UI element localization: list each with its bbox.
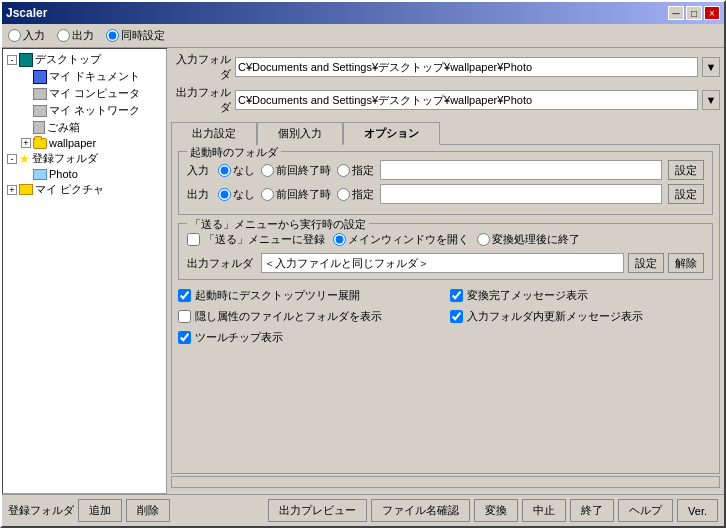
tree-item-mycomputer[interactable]: マイ コンピュータ	[19, 85, 164, 102]
output-folder-dropdown[interactable]: ▼	[702, 90, 720, 110]
tab-individual-input[interactable]: 個別入力	[257, 122, 343, 145]
check-convert-msg[interactable]	[450, 289, 463, 302]
startup-output-path[interactable]	[380, 184, 662, 204]
minimize-button[interactable]: ─	[668, 6, 684, 20]
tab-options[interactable]: オプション	[343, 122, 440, 145]
ver-button[interactable]: Ver.	[677, 499, 718, 522]
trash-icon	[33, 121, 45, 134]
startup-input-none-label[interactable]: なし	[218, 163, 255, 178]
convert-button[interactable]: 変換	[474, 499, 518, 522]
startup-input-specify[interactable]	[337, 164, 350, 177]
radio-input-label[interactable]: 入力	[8, 28, 45, 43]
maximize-button[interactable]: □	[686, 6, 702, 20]
send-register-checkbox[interactable]	[187, 233, 200, 246]
startup-output-none[interactable]	[218, 188, 231, 201]
tree-item-photo[interactable]: Photo	[19, 167, 164, 181]
expand-registered[interactable]: -	[7, 154, 17, 164]
radio-sync-label[interactable]: 同時設定	[106, 28, 165, 43]
radio-input[interactable]	[8, 29, 21, 42]
delete-button[interactable]: 削除	[126, 499, 170, 522]
tab-output-settings[interactable]: 出力設定	[171, 122, 257, 145]
check3-label[interactable]: ツールチップ表示	[178, 330, 442, 345]
output-folder-label: 出力フォルダ	[171, 85, 231, 115]
preview-button[interactable]: 出力プレビュー	[268, 499, 367, 522]
expand-mypictures[interactable]: +	[7, 185, 17, 195]
radio-sync[interactable]	[106, 29, 119, 42]
help-button[interactable]: ヘルプ	[618, 499, 673, 522]
startup-input-prev-label[interactable]: 前回終了時	[261, 163, 331, 178]
tree-item-registered[interactable]: - ★ 登録フォルダ	[5, 150, 164, 167]
radio-output-label[interactable]: 出力	[57, 28, 94, 43]
send-register-check-label[interactable]: 「送る」メニューに登録	[187, 232, 325, 247]
close-button[interactable]: ×	[704, 6, 720, 20]
mypictures-icon	[19, 184, 33, 195]
startup-input-prev[interactable]	[261, 164, 274, 177]
send-set-btn[interactable]: 設定	[628, 253, 664, 273]
title-bar: Jscaler ─ □ ×	[2, 2, 724, 24]
startup-input-none[interactable]	[218, 164, 231, 177]
check5-label[interactable]: 入力フォルダ内更新メッセージ表示	[450, 309, 714, 324]
check-desktop-tree[interactable]	[178, 289, 191, 302]
send-menu-title: 「送る」メニューから実行時の設定	[187, 217, 369, 232]
check-update-msg[interactable]	[450, 310, 463, 323]
checkbox-area: 起動時にデスクトップツリー展開 隠し属性のファイルとフォルダを表示 ツールチップ…	[178, 288, 713, 345]
send-release-btn[interactable]: 解除	[668, 253, 704, 273]
check1-label[interactable]: 起動時にデスクトップツリー展開	[178, 288, 442, 303]
startup-output-specify[interactable]	[337, 188, 350, 201]
send-menu-row: 「送る」メニューに登録 メインウィンドウを開く 変換処理後に終了	[187, 232, 704, 247]
send-output-label: 出力フォルダ	[187, 256, 253, 271]
startup-input-set-btn[interactable]: 設定	[668, 160, 704, 180]
send-close-after-radio[interactable]	[477, 233, 490, 246]
output-folder-row: 出力フォルダ ▼	[171, 85, 720, 115]
startup-group-title: 起動時のフォルダ	[187, 145, 281, 160]
desktop-icon	[19, 53, 33, 67]
tree-registered-children: Photo	[5, 167, 164, 181]
tree-item-wallpaper[interactable]: + wallpaper	[19, 136, 164, 150]
startup-input-label: 入力	[187, 163, 212, 178]
checkbox-col-right: 変換完了メッセージ表示 入力フォルダ内更新メッセージ表示	[450, 288, 714, 345]
tab-bar: 出力設定 個別入力 オプション	[171, 122, 720, 145]
startup-input-row: 入力 なし 前回終了時 指定	[187, 160, 704, 180]
output-folder-field[interactable]	[235, 90, 698, 110]
startup-input-path[interactable]	[380, 160, 662, 180]
check4-label[interactable]: 変換完了メッセージ表示	[450, 288, 714, 303]
startup-output-prev-label[interactable]: 前回終了時	[261, 187, 331, 202]
input-folder-dropdown[interactable]: ▼	[702, 57, 720, 77]
startup-output-set-btn[interactable]: 設定	[668, 184, 704, 204]
tree-item-mydoc[interactable]: マイ ドキュメント	[19, 68, 164, 85]
expand-desktop[interactable]: -	[7, 55, 17, 65]
title-bar-buttons: ─ □ ×	[668, 6, 720, 20]
send-open-main-radio[interactable]	[333, 233, 346, 246]
cancel-button[interactable]: 中止	[522, 499, 566, 522]
check-hidden-files[interactable]	[178, 310, 191, 323]
mode-radio-bar: 入力 出力 同時設定	[2, 24, 724, 48]
add-button[interactable]: 追加	[78, 499, 122, 522]
tree-item-mypictures[interactable]: + マイ ピクチャ	[5, 181, 164, 198]
expand-wallpaper[interactable]: +	[21, 138, 31, 148]
mydoc-icon	[33, 70, 47, 84]
horizontal-scrollbar[interactable]	[171, 476, 720, 488]
window-title: Jscaler	[6, 6, 47, 20]
startup-folder-group: 起動時のフォルダ 入力 なし 前回終了時	[178, 151, 713, 215]
send-open-main-label[interactable]: メインウィンドウを開く	[333, 232, 469, 247]
tree-item-desktop[interactable]: - デスクトップ	[5, 51, 164, 68]
input-folder-row: 入力フォルダ ▼	[171, 52, 720, 82]
wallpaper-folder-icon	[33, 138, 47, 149]
send-close-after-label[interactable]: 変換処理後に終了	[477, 232, 580, 247]
filename-button[interactable]: ファイル名確認	[371, 499, 470, 522]
startup-input-specify-label[interactable]: 指定	[337, 163, 374, 178]
tree-item-trash[interactable]: ごみ箱	[19, 119, 164, 136]
send-output-folder-field[interactable]	[261, 253, 624, 273]
checkbox-col-left: 起動時にデスクトップツリー展開 隠し属性のファイルとフォルダを表示 ツールチップ…	[178, 288, 442, 345]
tree-item-mynetwork[interactable]: マイ ネットワーク	[19, 102, 164, 119]
startup-output-prev[interactable]	[261, 188, 274, 201]
check2-label[interactable]: 隠し属性のファイルとフォルダを表示	[178, 309, 442, 324]
radio-output[interactable]	[57, 29, 70, 42]
input-folder-field[interactable]	[235, 57, 698, 77]
check-tooltip[interactable]	[178, 331, 191, 344]
startup-output-specify-label[interactable]: 指定	[337, 187, 374, 202]
startup-output-none-label[interactable]: なし	[218, 187, 255, 202]
startup-output-row: 出力 なし 前回終了時 指定	[187, 184, 704, 204]
exit-button[interactable]: 終了	[570, 499, 614, 522]
folder-tree: - デスクトップ マイ ドキュメント マイ コンピュータ	[2, 48, 167, 494]
